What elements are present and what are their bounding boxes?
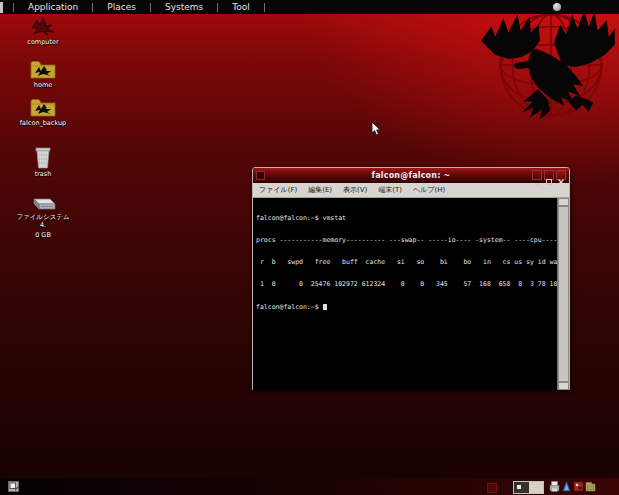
workspace-1[interactable] bbox=[514, 482, 529, 493]
scroll-down-button[interactable] bbox=[558, 382, 569, 390]
bottom-taskbar bbox=[0, 478, 619, 495]
trash-icon bbox=[34, 145, 52, 169]
terminal-line: falcon@falcon:~$ vmstat bbox=[256, 215, 554, 222]
top-menubar: Application Places Systems Tool bbox=[0, 0, 619, 14]
workspace-pager[interactable] bbox=[513, 481, 544, 494]
system-tray bbox=[549, 480, 596, 493]
close-button[interactable] bbox=[556, 170, 566, 180]
close-icon bbox=[557, 178, 565, 186]
scroll-up-button[interactable] bbox=[558, 198, 569, 206]
window-title: falcon@falcon: ~ bbox=[253, 171, 569, 180]
menu-help[interactable]: ヘルプ(H) bbox=[413, 185, 445, 195]
minimize-button[interactable] bbox=[532, 170, 542, 180]
terminal-line: procs -----------memory---------- ---swa… bbox=[256, 237, 554, 244]
terminal-titlebar[interactable]: falcon@falcon: ~ bbox=[253, 168, 569, 183]
desktop-icon-trash[interactable]: trash bbox=[16, 145, 70, 179]
falcon-globe-logo bbox=[475, 6, 619, 120]
menu-edit[interactable]: 編集(E) bbox=[308, 185, 332, 195]
text-cursor bbox=[323, 304, 327, 310]
terminal-scrollbar[interactable] bbox=[557, 198, 569, 390]
panel-edge-handle[interactable] bbox=[0, 2, 3, 13]
terminal-line: r b swpd free buff cache si so bi bo in … bbox=[256, 259, 554, 266]
desktop-icon-label: falcon_backup bbox=[20, 120, 67, 128]
printer-icon[interactable] bbox=[549, 480, 560, 493]
maximize-button[interactable] bbox=[544, 170, 554, 180]
desktop-icon-label: trash bbox=[35, 171, 52, 179]
terminal-text: falcon@falcon:~$ vmstat procs ----------… bbox=[256, 200, 554, 326]
terminal-window: falcon@falcon: ~ ファイル(F) 編集(E) bbox=[252, 167, 570, 390]
files-icon[interactable] bbox=[585, 480, 596, 493]
scrollbar-thumb[interactable] bbox=[558, 206, 569, 382]
show-desktop-icon[interactable] bbox=[8, 481, 19, 492]
desktop-icon-label: home bbox=[34, 82, 52, 90]
taskbar-applet[interactable] bbox=[487, 483, 497, 493]
terminal-line: 1 0 0 25476 102972 612324 0 0 345 57 168… bbox=[256, 281, 554, 288]
folder-eagle-icon bbox=[30, 97, 56, 118]
status-tray-icon[interactable] bbox=[553, 3, 561, 11]
desktop-icon-label: ファイルシステム 4. bbox=[16, 214, 70, 230]
terminal-output-area[interactable]: falcon@falcon:~$ vmstat procs ----------… bbox=[253, 198, 569, 390]
maximize-icon bbox=[545, 178, 553, 186]
folder-eagle-icon bbox=[30, 59, 56, 80]
menu-file[interactable]: ファイル(F) bbox=[259, 185, 297, 195]
desktop-icon-falcon-backup[interactable]: falcon_backup bbox=[16, 97, 70, 128]
terminal-menubar: ファイル(F) 編集(E) 表示(V) 端末(T) ヘルプ(H) bbox=[253, 183, 569, 198]
computer-eagle-icon bbox=[30, 17, 56, 37]
desktop-icon-label: computer bbox=[27, 39, 58, 47]
menu-systems[interactable]: Systems bbox=[151, 0, 217, 14]
terminal-app-icon bbox=[256, 171, 265, 180]
menu-places[interactable]: Places bbox=[93, 0, 150, 14]
terminal-prompt-line: falcon@falcon:~$ bbox=[256, 304, 554, 312]
desktop-icon-computer[interactable]: computer bbox=[16, 17, 70, 47]
menu-application[interactable]: Application bbox=[14, 0, 92, 14]
desktop-icon-home[interactable]: home bbox=[16, 59, 70, 90]
update-icon[interactable] bbox=[573, 480, 584, 493]
minimize-icon bbox=[533, 178, 541, 186]
menubar-divider bbox=[264, 3, 265, 12]
menu-view[interactable]: 表示(V) bbox=[343, 185, 367, 195]
network-icon[interactable] bbox=[561, 480, 572, 493]
menu-tool[interactable]: Tool bbox=[218, 0, 263, 14]
workspace-2[interactable] bbox=[529, 482, 544, 493]
desktop-icon-label-line2: 0 GB bbox=[35, 232, 51, 240]
desktop-icon-filesystem[interactable]: ファイルシステム 4. 0 GB bbox=[16, 196, 70, 239]
harddrive-icon bbox=[28, 196, 58, 212]
menu-terminal[interactable]: 端末(T) bbox=[378, 185, 402, 195]
